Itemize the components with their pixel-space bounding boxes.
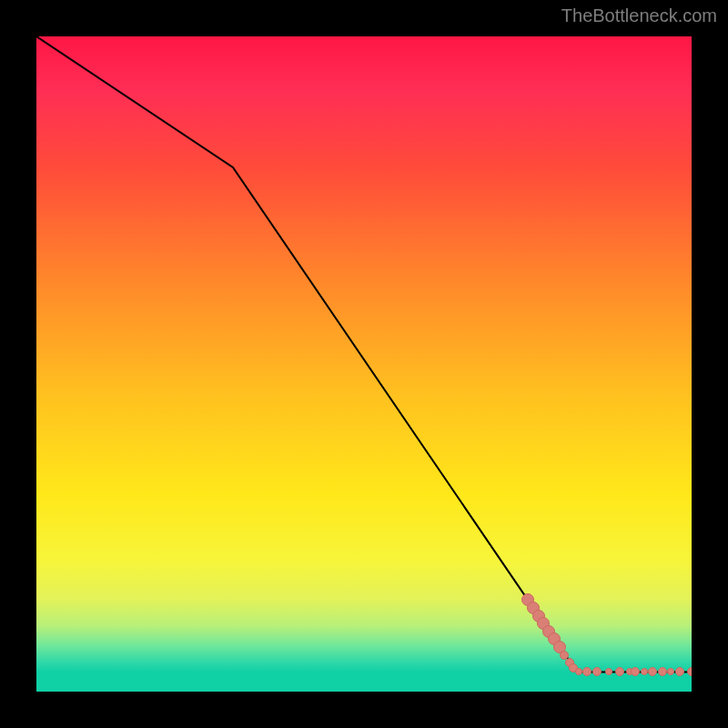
plot-area: [36, 36, 692, 692]
data-point: [658, 667, 667, 676]
trend-line: [36, 36, 692, 692]
watermark-label: TheBottleneck.com: [561, 5, 717, 26]
chart-container: TheBottleneck.com: [0, 0, 728, 728]
